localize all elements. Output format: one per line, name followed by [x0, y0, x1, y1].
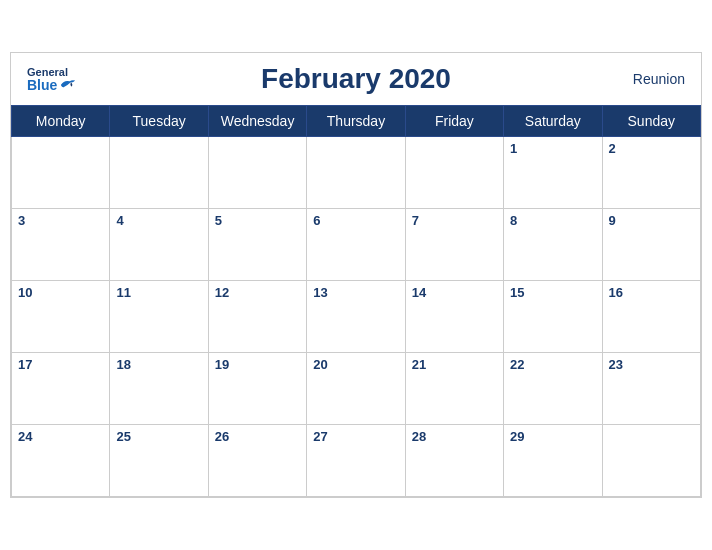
calendar-cell-w1-d2	[110, 137, 208, 209]
day-number-14: 14	[412, 285, 426, 300]
calendar-header: General Blue February 2020 Reunion	[11, 53, 701, 105]
calendar-cell-w2-d5: 7	[405, 209, 503, 281]
day-number-11: 11	[116, 285, 130, 300]
calendar-cell-w4-d5: 21	[405, 353, 503, 425]
calendar-cell-w1-d7: 2	[602, 137, 700, 209]
calendar-cell-w1-d4	[307, 137, 405, 209]
week-row-1: 12	[12, 137, 701, 209]
week-row-3: 10111213141516	[12, 281, 701, 353]
day-number-27: 27	[313, 429, 327, 444]
day-number-25: 25	[116, 429, 130, 444]
calendar-cell-w1-d5	[405, 137, 503, 209]
calendar-container: General Blue February 2020 Reunion Monda…	[10, 52, 702, 498]
day-number-6: 6	[313, 213, 320, 228]
calendar-title: February 2020	[27, 63, 685, 95]
calendar-cell-w2-d2: 4	[110, 209, 208, 281]
calendar-cell-w4-d2: 18	[110, 353, 208, 425]
day-number-1: 1	[510, 141, 517, 156]
header-wednesday: Wednesday	[208, 106, 306, 137]
day-number-29: 29	[510, 429, 524, 444]
calendar-table: Monday Tuesday Wednesday Thursday Friday…	[11, 105, 701, 497]
week-row-5: 242526272829	[12, 425, 701, 497]
day-number-21: 21	[412, 357, 426, 372]
header-friday: Friday	[405, 106, 503, 137]
day-number-2: 2	[609, 141, 616, 156]
logo-blue-text: Blue	[27, 78, 77, 92]
calendar-cell-w1-d3	[208, 137, 306, 209]
day-number-4: 4	[116, 213, 123, 228]
header-thursday: Thursday	[307, 106, 405, 137]
calendar-body: 1234567891011121314151617181920212223242…	[12, 137, 701, 497]
calendar-cell-w4-d1: 17	[12, 353, 110, 425]
calendar-cell-w2-d6: 8	[504, 209, 602, 281]
calendar-cell-w2-d4: 6	[307, 209, 405, 281]
calendar-cell-w2-d3: 5	[208, 209, 306, 281]
calendar-cell-w4-d3: 19	[208, 353, 306, 425]
calendar-cell-w3-d4: 13	[307, 281, 405, 353]
calendar-cell-w3-d2: 11	[110, 281, 208, 353]
day-number-5: 5	[215, 213, 222, 228]
week-row-4: 17181920212223	[12, 353, 701, 425]
day-number-8: 8	[510, 213, 517, 228]
calendar-cell-w1-d6: 1	[504, 137, 602, 209]
calendar-cell-w3-d1: 10	[12, 281, 110, 353]
calendar-cell-w5-d2: 25	[110, 425, 208, 497]
day-number-7: 7	[412, 213, 419, 228]
calendar-cell-w2-d7: 9	[602, 209, 700, 281]
day-number-20: 20	[313, 357, 327, 372]
calendar-cell-w3-d3: 12	[208, 281, 306, 353]
calendar-cell-w1-d1	[12, 137, 110, 209]
calendar-cell-w5-d1: 24	[12, 425, 110, 497]
day-number-10: 10	[18, 285, 32, 300]
calendar-cell-w4-d6: 22	[504, 353, 602, 425]
calendar-cell-w3-d6: 15	[504, 281, 602, 353]
day-number-16: 16	[609, 285, 623, 300]
calendar-cell-w5-d5: 28	[405, 425, 503, 497]
calendar-cell-w2-d1: 3	[12, 209, 110, 281]
day-number-3: 3	[18, 213, 25, 228]
day-number-17: 17	[18, 357, 32, 372]
day-number-28: 28	[412, 429, 426, 444]
day-number-26: 26	[215, 429, 229, 444]
region-label: Reunion	[633, 71, 685, 87]
day-number-22: 22	[510, 357, 524, 372]
header-sunday: Sunday	[602, 106, 700, 137]
logo-bird-icon	[59, 78, 77, 92]
day-headers-row: Monday Tuesday Wednesday Thursday Friday…	[12, 106, 701, 137]
calendar-cell-w5-d7	[602, 425, 700, 497]
header-monday: Monday	[12, 106, 110, 137]
calendar-cell-w5-d6: 29	[504, 425, 602, 497]
calendar-cell-w3-d7: 16	[602, 281, 700, 353]
day-number-23: 23	[609, 357, 623, 372]
calendar-cell-w5-d3: 26	[208, 425, 306, 497]
calendar-cell-w4-d7: 23	[602, 353, 700, 425]
day-number-24: 24	[18, 429, 32, 444]
week-row-2: 3456789	[12, 209, 701, 281]
day-number-15: 15	[510, 285, 524, 300]
header-saturday: Saturday	[504, 106, 602, 137]
calendar-cell-w4-d4: 20	[307, 353, 405, 425]
day-number-9: 9	[609, 213, 616, 228]
logo: General Blue	[27, 67, 77, 92]
calendar-cell-w5-d4: 27	[307, 425, 405, 497]
day-number-18: 18	[116, 357, 130, 372]
day-number-13: 13	[313, 285, 327, 300]
day-number-12: 12	[215, 285, 229, 300]
calendar-cell-w3-d5: 14	[405, 281, 503, 353]
day-number-19: 19	[215, 357, 229, 372]
header-tuesday: Tuesday	[110, 106, 208, 137]
